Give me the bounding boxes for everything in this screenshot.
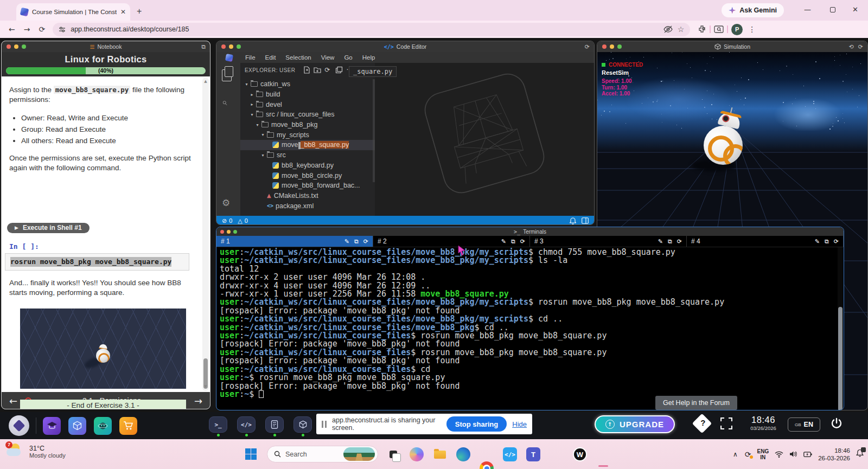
rename-icon[interactable]: ✎ — [815, 238, 820, 245]
previous-unit-button[interactable]: ← — [9, 395, 17, 407]
tree-folder-devel[interactable]: ▸devel — [240, 99, 375, 110]
forward-button[interactable]: → — [24, 25, 30, 34]
reset-sim-button[interactable]: ResetSim — [602, 70, 643, 76]
restart-icon[interactable]: ⟳ — [363, 238, 368, 245]
tree-file-bb8-keyboard-py[interactable]: bb8_keyboard.py — [240, 160, 375, 171]
battery-charging-icon[interactable] — [803, 451, 812, 458]
input-language[interactable]: ENGIN — [757, 448, 769, 460]
dock-simulation-app[interactable] — [293, 416, 312, 433]
settings-gear-icon[interactable]: ⚙ — [222, 197, 230, 208]
bookmark-star-icon[interactable]: ☆ — [678, 25, 685, 34]
editor-pane[interactable] — [375, 63, 594, 216]
start-button[interactable] — [245, 448, 257, 460]
warnings-indicator[interactable]: △0 — [238, 217, 248, 224]
menu-selection[interactable]: Selection — [280, 54, 316, 61]
tree-file-move-bb8-square-py[interactable]: move_bb8_square.py — [240, 140, 375, 150]
editor-titlebar[interactable]: </>Code Editor ⟳ — [216, 41, 594, 52]
url-text[interactable]: app.theconstruct.ai/desktop/course/185 — [71, 25, 658, 33]
wifi-icon[interactable] — [775, 451, 783, 458]
notebook-titlebar[interactable]: ☰Notebook ⧉ — [2, 41, 210, 52]
scroll-up-icon[interactable]: ▲ — [203, 79, 208, 84]
construct-logo[interactable] — [9, 415, 29, 436]
tree-folder-src-linux-course-files[interactable]: ▾src / linux_course_files — [240, 110, 375, 120]
dock-code-editor-app[interactable]: </> — [237, 416, 256, 433]
window-restore-button[interactable] — [830, 7, 835, 12]
search-icon[interactable]: ⌕ — [222, 97, 227, 107]
window-close-button[interactable]: ✕ — [852, 5, 858, 14]
courses-button[interactable] — [43, 417, 61, 435]
upgrade-button[interactable]: ↑UPGRADE — [595, 415, 675, 433]
new-folder-icon[interactable] — [314, 66, 321, 74]
dock-terminals-app[interactable]: >_ — [209, 416, 227, 433]
ask-gemini-button[interactable]: Ask Gemini — [722, 3, 784, 17]
pause-share-icon[interactable] — [322, 421, 327, 428]
tree-folder-catkin-ws[interactable]: ▾catkin_ws — [240, 79, 375, 89]
rename-icon[interactable]: ✎ — [344, 238, 349, 245]
tree-folder-my-scripts[interactable]: ▾my_scripts — [240, 130, 375, 140]
tree-folder-src[interactable]: ▾src — [240, 150, 375, 160]
weather-widget[interactable]: 7 31°CMostly cloudy — [7, 444, 66, 460]
terminal-tab-3[interactable]: # 3✎⧉⟳ — [530, 236, 687, 247]
terminal-tab-1[interactable]: # 1✎⧉⟳ — [216, 236, 373, 247]
code-cell[interactable]: rosrun move_bb8_pkg move_bb8_square.py — [5, 253, 189, 271]
refresh-icon[interactable]: ⟳ — [858, 43, 863, 50]
taskbar-search[interactable]: Search — [267, 446, 378, 462]
chrome-button[interactable] — [480, 461, 494, 469]
popout-icon[interactable]: ⧉ — [668, 238, 672, 245]
chevron-down-icon[interactable]: ▾ — [260, 153, 266, 158]
tree-folder-build[interactable]: ▸build — [240, 89, 375, 100]
chevron-down-icon[interactable]: ▾ — [254, 123, 260, 127]
refresh-icon[interactable]: ⟳ — [585, 43, 590, 50]
terminal-output[interactable]: user:~/catkin_ws/src/linux_course_files/… — [216, 247, 837, 410]
explorer-files-icon[interactable] — [222, 69, 232, 81]
refresh-explorer-icon[interactable]: ⟳ — [324, 66, 332, 74]
chevron-down-icon[interactable]: ▾ — [244, 82, 250, 87]
tree-folder-move-bb8-pkg[interactable]: ▾move_bb8_pkg — [240, 120, 375, 130]
terminal-tab-4[interactable]: # 4✎⧉⟳ — [687, 236, 844, 247]
tree-file-move-bb8-circle-py[interactable]: move_bb8_circle.py — [240, 170, 375, 181]
code-cell-text[interactable]: rosrun move_bb8_pkg move_bb8_square.py — [10, 257, 171, 266]
language-selector[interactable]: GBEN — [788, 417, 820, 432]
next-unit-button[interactable]: → — [194, 395, 202, 407]
errors-indicator[interactable]: ⊘0 — [222, 217, 232, 224]
stop-sharing-button[interactable]: Stop sharing — [446, 416, 507, 432]
environments-button[interactable] — [68, 417, 86, 435]
popout-icon[interactable]: ⧉ — [825, 238, 829, 245]
terminal-scroll-thumb[interactable] — [838, 307, 843, 410]
chevron-right-icon[interactable]: ▸ — [249, 102, 255, 107]
browser-menu-kebab-icon[interactable]: ⋮ — [748, 25, 756, 34]
menu-go[interactable]: Go — [339, 54, 357, 61]
vscode-button[interactable]: </> — [503, 447, 517, 461]
window-minimize-button[interactable]: — — [804, 5, 811, 14]
task-view-button[interactable] — [386, 447, 400, 461]
w-app-button[interactable]: W — [573, 447, 587, 461]
tune-icon[interactable] — [59, 26, 66, 33]
tree-file-CMakeLists-txt[interactable]: ▲CMakeLists.txt — [240, 191, 375, 201]
new-file-icon[interactable] — [303, 66, 310, 74]
extensions-icon[interactable] — [698, 25, 706, 34]
menu-help[interactable]: Help — [358, 54, 380, 61]
power-button[interactable] — [830, 417, 843, 430]
store-cart-button[interactable] — [119, 417, 137, 435]
reload-button[interactable]: ⟳ — [39, 25, 45, 34]
browser-tab[interactable]: Course Simulation | The Constr ✕ — [16, 3, 130, 21]
notebook-scrollbar[interactable]: ▲ ▼ — [202, 78, 209, 391]
tree-file-move-bb8-forward-bac-[interactable]: move_bb8_forward_bac... — [240, 181, 375, 191]
profile-avatar[interactable]: P — [731, 24, 743, 35]
menu-file[interactable]: File — [240, 54, 260, 61]
tray-expand-chevron[interactable]: ∧ — [733, 451, 738, 458]
tab-close-icon[interactable]: ✕ — [120, 8, 126, 16]
volume-icon[interactable] — [789, 451, 797, 458]
terminals-titlebar[interactable]: >_Terminals — [216, 227, 844, 236]
execute-in-shell-button[interactable]: ▶Execute in Shell #1 — [7, 223, 90, 233]
address-bar[interactable]: app.theconstruct.ai/desktop/course/185 ☆ — [53, 23, 690, 36]
restart-icon[interactable]: ⟳ — [834, 238, 839, 245]
fullscreen-button[interactable] — [720, 417, 732, 429]
notifications-button[interactable] — [856, 449, 864, 459]
file-explorer-button[interactable] — [433, 447, 447, 461]
popout-icon[interactable]: ⧉ — [511, 238, 515, 245]
chevron-down-icon[interactable]: ▾ — [260, 132, 266, 137]
notifications-bell-icon[interactable] — [570, 217, 576, 224]
open-external-icon[interactable]: ⧉ — [201, 43, 206, 50]
scroll-down-icon[interactable]: ▼ — [203, 384, 208, 389]
